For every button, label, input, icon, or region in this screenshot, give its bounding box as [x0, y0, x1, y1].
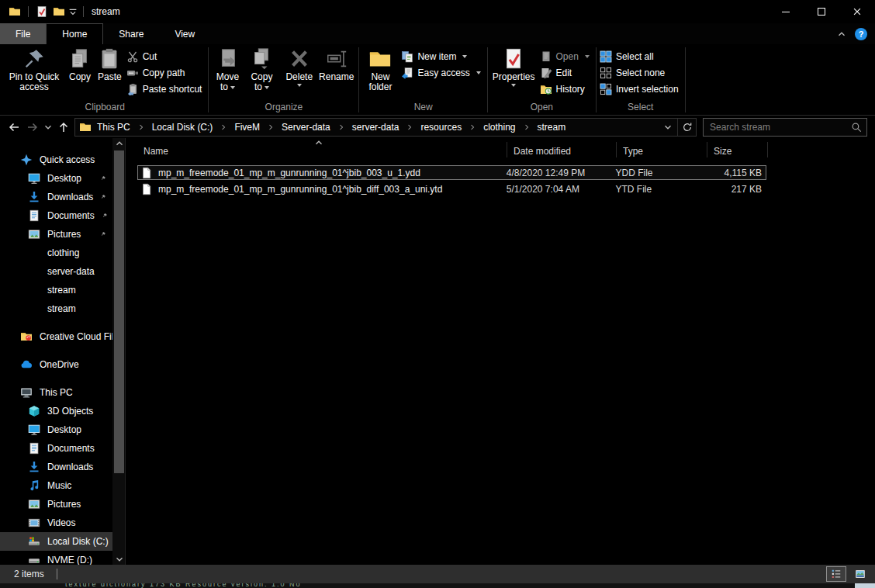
- open-button[interactable]: Open: [538, 48, 594, 64]
- search-icon[interactable]: [851, 122, 862, 133]
- sidebar-item-downloads[interactable]: Downloads: [0, 188, 112, 206]
- sidebar-item-label: Desktop: [47, 173, 81, 184]
- sidebar-item-label: Documents: [47, 210, 95, 221]
- breadcrumb-item-this-pc[interactable]: This PC: [92, 122, 136, 133]
- collapse-ribbon-icon[interactable]: [836, 29, 847, 40]
- tab-share[interactable]: Share: [103, 23, 159, 44]
- address-dropdown-button[interactable]: [659, 119, 677, 136]
- rename-button[interactable]: Rename: [316, 45, 357, 82]
- paste-shortcut-button[interactable]: Paste shortcut: [125, 81, 207, 97]
- paste-button[interactable]: Paste: [95, 45, 125, 82]
- invert-selection-button[interactable]: Invert selection: [598, 81, 683, 97]
- breadcrumb-separator-icon[interactable]: [404, 122, 415, 133]
- sidebar-item-this-pc[interactable]: This PC: [0, 383, 112, 402]
- refresh-icon: [682, 122, 693, 133]
- breadcrumb-item-stream[interactable]: stream: [532, 122, 572, 133]
- new-item-button[interactable]: New item: [399, 48, 485, 64]
- breadcrumb-separator-icon[interactable]: [265, 122, 276, 133]
- delete-button[interactable]: Delete: [282, 45, 316, 87]
- history-button[interactable]: History: [538, 81, 594, 97]
- sidebar-item-nvme-d-[interactable]: NVME (D:): [0, 551, 112, 565]
- sidebar-item-creative-cloud-fil[interactable]: Creative Cloud Fil: [0, 327, 112, 346]
- maximize-icon: [818, 8, 825, 16]
- properties-button[interactable]: Properties: [489, 45, 538, 87]
- file-row[interactable]: mp_m_freemode_01_mp_m_gunrunning_01^jbib…: [137, 182, 766, 196]
- sidebar-item-music[interactable]: Music: [0, 476, 112, 495]
- breadcrumb-item-local-disk-c-[interactable]: Local Disk (C:): [147, 122, 219, 133]
- qat-properties-icon[interactable]: [36, 5, 48, 18]
- recent-locations-button[interactable]: [42, 119, 54, 136]
- sidebar-item-documents[interactable]: Documents: [0, 206, 112, 225]
- breadcrumb-item-server-data[interactable]: server-data: [347, 122, 405, 133]
- sidebar-item-desktop[interactable]: Desktop: [0, 420, 112, 439]
- new-folder-button[interactable]: New folder: [361, 45, 399, 92]
- move-to-button[interactable]: Move to: [210, 45, 244, 92]
- sidebar-item-onedrive[interactable]: OneDrive: [0, 355, 112, 374]
- copy-to-button[interactable]: Copy to: [244, 45, 278, 92]
- up-button[interactable]: [54, 119, 73, 136]
- forward-button[interactable]: [23, 119, 42, 136]
- sidebar-item-quick-access[interactable]: Quick access: [0, 150, 112, 169]
- scroll-down-button[interactable]: [112, 554, 126, 565]
- close-button[interactable]: [839, 0, 875, 23]
- chevron-down-icon: [230, 86, 235, 89]
- copy-label: Copy: [69, 72, 91, 82]
- search-input[interactable]: [710, 122, 851, 133]
- address-folder-icon: [79, 121, 92, 133]
- sidebar-scrollbar[interactable]: [112, 138, 126, 565]
- tab-home[interactable]: Home: [46, 23, 103, 44]
- breadcrumb-separator-icon[interactable]: [218, 122, 229, 133]
- maximize-button[interactable]: [804, 0, 839, 23]
- sidebar-item-downloads[interactable]: Downloads: [0, 458, 112, 476]
- refresh-button[interactable]: [677, 119, 696, 136]
- scrollbar-thumb[interactable]: [114, 150, 124, 473]
- move-to-label: Move to: [216, 71, 239, 92]
- tab-view[interactable]: View: [159, 23, 210, 44]
- breadcrumb-separator-icon[interactable]: [336, 122, 347, 133]
- sidebar-item-documents[interactable]: Documents: [0, 439, 112, 458]
- divider: [57, 569, 57, 579]
- back-button[interactable]: [5, 119, 23, 136]
- sidebar-item-server-data[interactable]: server-data: [0, 262, 112, 281]
- thumbnails-view-button[interactable]: [850, 566, 870, 582]
- sidebar-item-local-disk-c-[interactable]: Local Disk (C:): [0, 532, 112, 551]
- cut-label: Cut: [143, 51, 157, 62]
- sidebar-item-clothing[interactable]: clothing: [0, 244, 112, 262]
- details-view-button[interactable]: [826, 566, 846, 582]
- search-box[interactable]: [703, 118, 867, 137]
- breadcrumb-item-fivem[interactable]: FiveM: [229, 122, 265, 133]
- copy-path-button[interactable]: Copy path: [125, 64, 207, 81]
- edit-button[interactable]: Edit: [538, 64, 594, 81]
- qat-customize-icon[interactable]: [67, 6, 78, 17]
- breadcrumb-separator-icon[interactable]: [521, 122, 532, 133]
- sidebar-item-3d-objects[interactable]: 3D Objects: [0, 402, 112, 420]
- minimize-button[interactable]: [768, 0, 804, 23]
- column-header-type[interactable]: Type: [617, 142, 707, 157]
- sidebar-item-pictures[interactable]: Pictures: [0, 495, 112, 514]
- file-row[interactable]: mp_m_freemode_01_mp_m_gunrunning_01^jbib…: [137, 165, 766, 180]
- select-all-button[interactable]: Select all: [598, 48, 683, 64]
- column-header-size[interactable]: Size: [707, 142, 768, 157]
- breadcrumb-item-server-data[interactable]: Server-data: [276, 122, 336, 133]
- sidebar-item-stream[interactable]: stream: [0, 281, 112, 299]
- column-header-date-modified[interactable]: Date modified: [507, 142, 617, 157]
- easy-access-button[interactable]: Easy access: [399, 64, 485, 81]
- sidebar-item-videos[interactable]: Videos: [0, 514, 112, 532]
- breadcrumb-item-resources[interactable]: resources: [415, 122, 467, 133]
- sidebar-item-stream[interactable]: stream: [0, 299, 112, 318]
- qat-new-folder-icon[interactable]: [53, 5, 65, 18]
- help-button[interactable]: ?: [855, 28, 867, 40]
- file-size: 217 KB: [706, 184, 766, 195]
- breadcrumb-item-clothing[interactable]: clothing: [478, 122, 521, 133]
- select-none-button[interactable]: Select none: [598, 64, 683, 81]
- sidebar-item-pictures[interactable]: Pictures: [0, 225, 112, 244]
- scroll-up-button[interactable]: [112, 138, 126, 149]
- pin-to-quick-access-button[interactable]: Pin to Quick access: [3, 45, 65, 92]
- breadcrumb-separator-icon[interactable]: [136, 122, 147, 133]
- cut-button[interactable]: Cut: [125, 48, 207, 64]
- address-bar[interactable]: This PCLocal Disk (C:)FiveMServer-datase…: [74, 118, 697, 137]
- breadcrumb-separator-icon[interactable]: [467, 122, 478, 133]
- tab-file[interactable]: File: [0, 23, 46, 44]
- sidebar-item-desktop[interactable]: Desktop: [0, 169, 112, 188]
- copy-button[interactable]: Copy: [65, 45, 95, 82]
